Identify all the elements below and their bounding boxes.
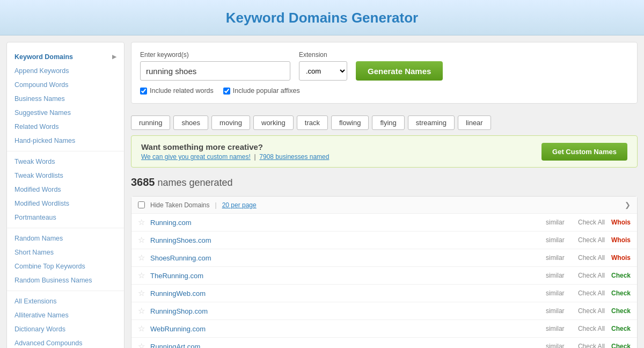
keyword-group: Enter keyword(s) xyxy=(140,51,290,81)
domain-name[interactable]: Running.com xyxy=(150,219,546,227)
sidebar-item-random-business-names[interactable]: Random Business Names xyxy=(7,273,124,287)
check-button[interactable]: Check xyxy=(611,343,631,348)
sidebar-item-label: Related Words xyxy=(14,121,58,132)
sidebar-item-suggestive-names[interactable]: Suggestive Names xyxy=(7,106,124,120)
domain-name[interactable]: ShoesRunning.com xyxy=(150,254,546,262)
domain-name[interactable]: TheRunning.com xyxy=(150,272,546,280)
next-page-icon[interactable]: ❯ xyxy=(625,201,631,209)
sidebar-item-compound-words[interactable]: Compound Words xyxy=(7,78,124,92)
sidebar-item-label: Business Names xyxy=(14,93,65,104)
tag-streaming[interactable]: streaming xyxy=(408,115,455,130)
sidebar-item-append-keywords[interactable]: Append Keywords xyxy=(7,64,124,78)
star-icon[interactable]: ☆ xyxy=(138,342,145,348)
tag-track[interactable]: track xyxy=(297,115,328,130)
check-all-link[interactable]: Check All xyxy=(578,219,605,226)
sidebar-item-alliterative-names[interactable]: Alliterative Names xyxy=(7,308,124,322)
sidebar-item-label: Advanced Compounds xyxy=(14,338,82,348)
sidebar-item-all-extensions[interactable]: All Extensions xyxy=(7,294,124,308)
tag-working[interactable]: working xyxy=(253,115,294,130)
sidebar-item-dictionary-words[interactable]: Dictionary Words xyxy=(7,322,124,336)
sidebar-item-portmanteaus[interactable]: Portmanteaus xyxy=(7,211,124,224)
include-affixes-checkbox[interactable] xyxy=(223,88,230,95)
include-related-checkbox[interactable] xyxy=(140,88,147,95)
similar-link[interactable]: similar xyxy=(546,307,578,315)
generate-button[interactable]: Generate Names xyxy=(356,61,443,81)
tag-moving[interactable]: moving xyxy=(211,115,250,130)
sidebar-item-random-names[interactable]: Random Names xyxy=(7,231,124,245)
extension-select[interactable]: .com.net.org.io.co xyxy=(299,61,347,81)
check-all-link[interactable]: Check All xyxy=(578,343,605,348)
check-all-link[interactable]: Check All xyxy=(578,307,605,315)
per-page-selector[interactable]: 20 per page xyxy=(222,201,257,209)
sidebar-item-short-names[interactable]: Short Names xyxy=(7,245,124,259)
tag-flowing[interactable]: flowing xyxy=(331,115,369,130)
table-row: ☆RunningShoes.comsimilarCheck AllWhois xyxy=(131,231,637,249)
results-box: Hide Taken Domains | 20 per page ❯ ☆Runn… xyxy=(131,196,638,348)
sidebar-item-label: Short Names xyxy=(14,247,54,258)
similar-link[interactable]: similar xyxy=(546,254,578,262)
star-icon[interactable]: ☆ xyxy=(138,235,145,245)
similar-link[interactable]: similar xyxy=(546,236,578,244)
whois-button[interactable]: Whois xyxy=(611,236,631,244)
hide-taken-label[interactable]: Hide Taken Domains xyxy=(150,201,210,209)
whois-button[interactable]: Whois xyxy=(611,219,631,226)
star-icon[interactable]: ☆ xyxy=(138,306,145,316)
sidebar-item-tweak-wordlists[interactable]: Tweak Wordlists xyxy=(7,169,124,183)
table-row: ☆WebRunning.comsimilarCheck AllCheck xyxy=(131,320,637,338)
result-count-suffix: names generated xyxy=(155,177,233,188)
main-layout: Keyword Domains▶Append KeywordsCompound … xyxy=(0,35,644,348)
check-all-link[interactable]: Check All xyxy=(578,325,605,332)
table-row: ☆RunningShop.comsimilarCheck AllCheck xyxy=(131,302,637,320)
select-all-checkbox[interactable] xyxy=(138,201,145,208)
creative-link[interactable]: 7908 businesses named xyxy=(259,153,329,161)
sidebar-item-advanced-compounds[interactable]: Advanced Compounds xyxy=(7,336,124,348)
tag-shoes[interactable]: shoes xyxy=(173,115,208,130)
sidebar-item-hand-picked-names[interactable]: Hand-picked Names xyxy=(7,134,124,148)
results-header: Hide Taken Domains | 20 per page ❯ xyxy=(131,197,637,214)
whois-button[interactable]: Whois xyxy=(611,254,631,262)
domain-name[interactable]: RunningShop.com xyxy=(150,307,546,315)
checkbox1-label[interactable]: Include related words xyxy=(140,87,214,95)
similar-link[interactable]: similar xyxy=(546,272,578,279)
chevron-right-icon: ▶ xyxy=(112,53,116,61)
domain-name[interactable]: WebRunning.com xyxy=(150,325,546,333)
star-icon[interactable]: ☆ xyxy=(138,324,145,334)
similar-link[interactable]: similar xyxy=(546,343,578,348)
sidebar-item-related-words[interactable]: Related Words xyxy=(7,120,124,134)
star-icon[interactable]: ☆ xyxy=(138,253,145,263)
domain-name[interactable]: RunningShoes.com xyxy=(150,236,546,244)
sidebar-item-tweak-words[interactable]: Tweak Words xyxy=(7,155,124,169)
check-button[interactable]: Check xyxy=(611,272,631,279)
checkbox2-label[interactable]: Include popular affixes xyxy=(223,87,300,95)
star-icon[interactable]: ☆ xyxy=(138,288,145,298)
custom-names-button[interactable]: Get Custom Names xyxy=(541,143,627,161)
keyword-input[interactable] xyxy=(140,61,290,81)
tag-flying[interactable]: flying xyxy=(372,115,404,130)
check-button[interactable]: Check xyxy=(611,307,631,315)
tag-linear[interactable]: linear xyxy=(458,115,491,130)
creative-text: Want something more creative? We can giv… xyxy=(141,142,329,161)
table-row: ☆RunningWeb.comsimilarCheck AllCheck xyxy=(131,285,637,302)
sidebar-item-business-names[interactable]: Business Names xyxy=(7,92,124,106)
sidebar: Keyword Domains▶Append KeywordsCompound … xyxy=(6,42,125,348)
similar-link[interactable]: similar xyxy=(546,289,578,297)
keyword-label: Enter keyword(s) xyxy=(140,51,290,59)
sidebar-item-label: Tweak Wordlists xyxy=(14,170,63,181)
similar-link[interactable]: similar xyxy=(546,325,578,332)
check-all-link[interactable]: Check All xyxy=(578,236,605,244)
check-button[interactable]: Check xyxy=(611,325,631,332)
sidebar-item-modified-words[interactable]: Modified Words xyxy=(7,183,124,197)
star-icon[interactable]: ☆ xyxy=(138,271,145,280)
sidebar-item-combine-top-keywords[interactable]: Combine Top Keywords xyxy=(7,259,124,273)
check-button[interactable]: Check xyxy=(611,289,631,297)
domain-name[interactable]: RunningWeb.com xyxy=(150,289,546,298)
sidebar-item-modified-wordlists[interactable]: Modified Wordlists xyxy=(7,197,124,211)
sidebar-item-keyword-domains[interactable]: Keyword Domains▶ xyxy=(7,50,124,64)
similar-link[interactable]: similar xyxy=(546,219,578,226)
tag-running[interactable]: running xyxy=(131,115,170,130)
star-icon[interactable]: ☆ xyxy=(138,218,145,227)
check-all-link[interactable]: Check All xyxy=(578,272,605,279)
check-all-link[interactable]: Check All xyxy=(578,289,605,297)
check-all-link[interactable]: Check All xyxy=(578,254,605,262)
domain-name[interactable]: RunningArt.com xyxy=(150,343,546,349)
